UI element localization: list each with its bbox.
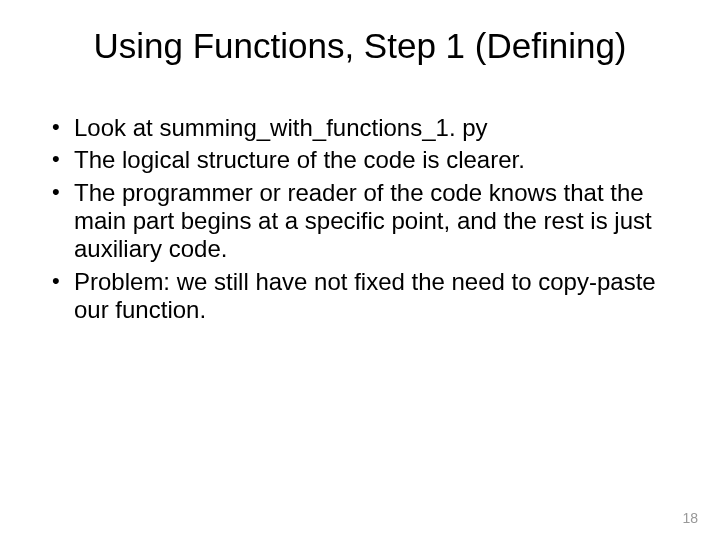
list-item: The programmer or reader of the code kno… (48, 179, 672, 264)
list-item: The logical structure of the code is cle… (48, 146, 672, 174)
list-item: Look at summing_with_functions_1. py (48, 114, 672, 142)
page-number: 18 (682, 510, 698, 526)
bullet-list: Look at summing_with_functions_1. py The… (48, 114, 672, 324)
list-item: Problem: we still have not fixed the nee… (48, 268, 672, 325)
slide: Using Functions, Step 1 (Defining) Look … (0, 0, 720, 540)
slide-title: Using Functions, Step 1 (Defining) (48, 26, 672, 66)
slide-body: Look at summing_with_functions_1. py The… (48, 114, 672, 324)
